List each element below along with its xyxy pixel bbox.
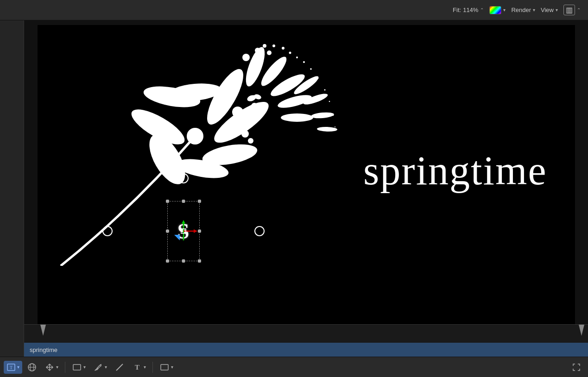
transform-widget[interactable]: S (167, 201, 200, 261)
orbit-tool-icon (27, 362, 37, 372)
rect-select-icon (159, 362, 170, 372)
timeline-needle-left[interactable] (40, 325, 46, 336)
pan-tool-chevron: ▾ (56, 364, 58, 370)
svg-marker-42 (182, 220, 185, 224)
text-tool-button[interactable]: T ▾ (4, 361, 22, 374)
expand-button[interactable] (569, 360, 584, 374)
svg-point-32 (335, 126, 335, 127)
svg-point-16 (310, 112, 334, 119)
text-tool-icon: T (6, 363, 16, 372)
svg-point-25 (296, 57, 298, 58)
color-swatch (489, 6, 501, 14)
svg-line-54 (116, 364, 123, 371)
view-label: View (541, 6, 554, 13)
canvas-area: springtime (24, 20, 588, 331)
shape-tool-icon (72, 362, 82, 372)
dot-br[interactable] (198, 259, 201, 263)
dot-tc[interactable] (182, 200, 185, 203)
pen-chevron-icon: ▾ (105, 364, 107, 370)
dot-tr[interactable] (198, 200, 201, 203)
layout-control[interactable]: ▥ ⌃ (563, 5, 581, 15)
svg-text:T: T (10, 365, 13, 370)
handle-right[interactable] (254, 226, 265, 236)
view-control[interactable]: View ▾ (541, 6, 558, 13)
rect-select-button[interactable]: ▾ (157, 360, 176, 374)
dot-bc[interactable] (182, 259, 185, 263)
layout-chevron-icon: ⌃ (577, 7, 581, 13)
app: Fit: 114% ⌃ ▾ Render ▾ View ▾ ▥ ⌃ (0, 0, 588, 377)
dot-tl[interactable] (166, 200, 169, 203)
fit-value: 114% (463, 6, 478, 13)
svg-point-36 (251, 103, 258, 109)
text-insert-chevron: ▾ (144, 364, 146, 370)
orbit-tool-button[interactable] (24, 360, 40, 374)
dot-bl[interactable] (166, 259, 169, 263)
transform-arrows-icon (170, 217, 197, 245)
text-tool-chevron: ▾ (17, 364, 19, 370)
fit-label: Fit: (453, 6, 461, 13)
shape-chevron-icon: ▾ (83, 364, 86, 370)
svg-point-18 (242, 54, 250, 61)
text-insert-icon: T (132, 362, 142, 372)
dot-ml[interactable] (166, 230, 169, 233)
line-tool-button[interactable] (112, 360, 127, 374)
svg-point-34 (244, 118, 253, 127)
svg-point-37 (255, 115, 260, 120)
svg-point-29 (324, 89, 325, 91)
rect-select-chevron: ▾ (171, 364, 173, 370)
svg-point-35 (241, 130, 249, 138)
svg-point-13 (281, 113, 313, 122)
bottom-toolbar: T ▾ ▾ ▾ (0, 357, 588, 377)
view-chevron-icon: ▾ (556, 7, 558, 13)
top-toolbar: Fit: 114% ⌃ ▾ Render ▾ View ▾ ▥ ⌃ (0, 0, 588, 20)
pan-tool-icon (44, 362, 55, 372)
dot-mr[interactable] (198, 230, 201, 233)
text-insert-button[interactable]: T ▾ (129, 360, 149, 374)
pen-tool-button[interactable]: ▾ (90, 360, 110, 374)
svg-marker-44 (194, 229, 197, 233)
svg-point-27 (310, 68, 312, 70)
svg-point-17 (316, 126, 337, 132)
line-tool-icon (114, 362, 125, 372)
separator-1 (65, 362, 65, 373)
canvas[interactable]: springtime (38, 25, 575, 326)
svg-point-28 (317, 78, 318, 79)
timeline-needle-right[interactable] (579, 325, 584, 336)
svg-point-0 (187, 128, 203, 145)
expand-icon (571, 362, 582, 372)
fit-chevron-icon: ⌃ (480, 7, 484, 13)
timeline: springtime (24, 324, 588, 357)
svg-point-20 (267, 50, 272, 55)
separator-2 (152, 362, 153, 373)
pen-tool-icon (93, 362, 103, 372)
svg-point-33 (232, 107, 243, 118)
handle-left[interactable] (102, 226, 113, 236)
svg-point-53 (97, 367, 98, 369)
shape-tool-button[interactable]: ▾ (69, 360, 89, 374)
svg-point-24 (289, 52, 291, 54)
svg-point-23 (282, 47, 285, 50)
render-chevron-icon: ▾ (533, 7, 535, 13)
timeline-clip-label: springtime (30, 346, 57, 353)
fit-control[interactable]: Fit: 114% ⌃ (453, 6, 484, 13)
color-control[interactable]: ▾ (489, 6, 506, 14)
svg-point-21 (263, 44, 266, 48)
pan-tool-button[interactable]: ▾ (42, 360, 61, 374)
canvas-wrapper: springtime (24, 20, 588, 331)
svg-point-26 (303, 61, 305, 63)
render-control[interactable]: Render ▾ (511, 6, 535, 13)
svg-point-19 (255, 48, 260, 53)
timeline-label-bar: springtime (24, 343, 588, 357)
svg-text:T: T (135, 364, 139, 371)
color-chevron-icon: ▾ (503, 7, 506, 13)
layout-icon: ▥ (563, 5, 575, 15)
main-text: springtime (363, 147, 547, 194)
svg-marker-46 (174, 235, 180, 240)
svg-point-38 (248, 138, 253, 144)
render-label: Render (511, 6, 531, 13)
svg-point-22 (272, 44, 275, 47)
svg-rect-52 (73, 364, 81, 370)
handle-top[interactable] (178, 173, 189, 183)
svg-point-30 (329, 101, 330, 102)
bounding-box[interactable]: S (167, 201, 200, 261)
